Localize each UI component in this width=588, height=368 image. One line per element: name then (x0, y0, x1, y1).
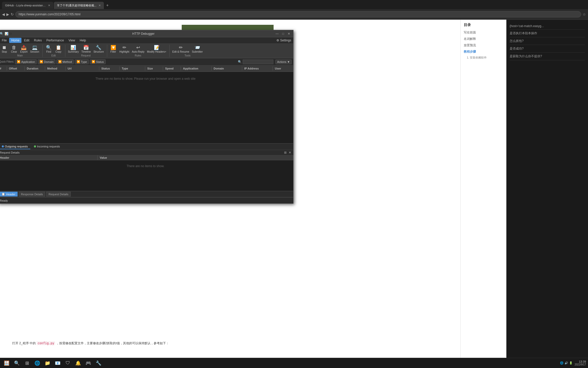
edit-resume-button[interactable]: ✏ Edit & Resume (171, 45, 190, 54)
toolbar-buttons-request: 📊 Summary 📅 Timeline 🔧 Structure (67, 45, 105, 54)
debugger-icon: 🔍 (0, 32, 4, 36)
domain-filter[interactable]: 🔽 Domain (38, 59, 55, 64)
session-button[interactable]: 💻 Session (29, 45, 40, 54)
menu-rules[interactable]: Rules (32, 38, 44, 43)
menu-home[interactable]: Home (9, 38, 21, 43)
export-button[interactable]: 📤 Export (19, 45, 29, 54)
menu-view[interactable]: View (66, 38, 77, 43)
domain-filter-label: Domain (44, 60, 54, 63)
application-filter[interactable]: 🔽 Application (15, 59, 37, 64)
request-type-tabs: Outgoing requests Incoming requests (0, 143, 293, 150)
nav-forward-icon[interactable]: ▶ (6, 12, 9, 16)
find-button[interactable]: 🔍 Find (44, 45, 53, 54)
summary-button[interactable]: 📊 Summary (67, 45, 80, 54)
method-filter-label: Method (63, 60, 72, 63)
clear-button[interactable]: 🗑 Clear (9, 45, 19, 54)
modify-headers-button[interactable]: 📝 Modify Headers+ (146, 45, 167, 54)
menu-help[interactable]: Help (78, 38, 88, 43)
page-wrapper: GitHub - Lcy/a-sheep-assistant... ✕ 羊了个羊… (0, 0, 588, 368)
debugger-bottom-tabs: 📋 Header Response Details Request Detail… (0, 191, 293, 197)
menu-file[interactable]: File (0, 38, 9, 43)
request-details-controls: ⊞ ✕ (284, 151, 291, 154)
bookmark-icon[interactable]: ☆ (583, 12, 586, 16)
menu-edit[interactable]: Edit (22, 38, 31, 43)
request-details-tab[interactable]: Request Details (46, 192, 71, 197)
explorer-icon[interactable]: 📁 (43, 359, 52, 368)
submitter-button[interactable]: 📨 Submitter (191, 45, 204, 54)
type-filter[interactable]: 🔽 Type (75, 59, 89, 64)
right-panel-item-3[interactable]: 是否成功? (510, 45, 585, 53)
new-tab-button[interactable]: + (104, 2, 111, 8)
tab-close-1[interactable]: ✕ (48, 4, 50, 7)
toolbar-group-edit: 🔍 Find 📋 Copy Edit (44, 45, 65, 57)
debugger-title: HTTP Debugger (12, 32, 275, 36)
structure-button[interactable]: 🔧 Structure (92, 45, 105, 54)
edit-resume-label: Edit & Resume (172, 50, 189, 53)
response-details-tab[interactable]: Response Details (19, 192, 45, 197)
address-input[interactable] (15, 11, 581, 17)
method-filter[interactable]: 🔽 Method (56, 59, 74, 64)
status-filter[interactable]: 🔽 Status (90, 59, 106, 64)
copy-button[interactable]: 📋 Copy (54, 45, 63, 54)
toc-item-1[interactable]: 名词解释 (464, 36, 503, 42)
toc-item-2[interactable]: 放置预流 (464, 42, 503, 49)
filter-button[interactable]: 🔽 Filter (109, 45, 118, 54)
stop-button[interactable]: ⏹ Stop (0, 45, 9, 54)
incoming-requests-tab[interactable]: Incoming requests (31, 144, 63, 149)
toc-item-3[interactable]: 教程步骤 (464, 49, 503, 55)
settings-label: Settings (280, 39, 291, 42)
table-header: # Offset Duration Method Url Status Type… (0, 65, 293, 72)
nav-back-icon[interactable]: ◀ (2, 12, 5, 16)
edit-resume-icon: ✏ (179, 45, 183, 50)
debugger-menubar: File Home Edit Rules Performance View He… (0, 37, 293, 44)
auto-reply-button[interactable]: ↩ Auto-Reply (131, 45, 145, 54)
search-input[interactable] (243, 60, 273, 64)
request-group-label: Request (81, 54, 91, 57)
debugger-icon2: 📊 (5, 32, 8, 36)
start-button[interactable]: 🪟 (2, 359, 11, 368)
right-panel-item-4[interactable]: 是获取为什么你不提供? (510, 53, 585, 60)
header-tab[interactable]: 📋 Header (0, 192, 18, 197)
request-details-title: Request Details (0, 151, 20, 154)
nav-refresh-icon[interactable]: ↻ (11, 12, 14, 16)
debugger-titlebar[interactable]: 🔍 📊 ⚙ HTTP Debugger — □ ✕ (0, 30, 293, 37)
type-filter-label: Type (81, 60, 87, 63)
status-filter-label: Status (96, 60, 104, 63)
debugger-window: 🔍 📊 ⚙ HTTP Debugger — □ ✕ File Home E (0, 30, 293, 204)
search-taskbar-icon[interactable]: 🔍 (12, 359, 21, 368)
tab-inactive[interactable]: GitHub - Lcy/a-sheep-assistant... ✕ (2, 2, 53, 9)
clock-display[interactable]: 13:39 2022/9/17 (575, 360, 586, 366)
toc-item-0[interactable]: 写在前面 (464, 29, 503, 36)
browser-taskbar-icon[interactable]: 🌐 (33, 359, 42, 368)
request-details-expand-icon[interactable]: ⊞ (284, 151, 287, 154)
menu-performance[interactable]: Performance (44, 38, 66, 43)
actions-label: Actions (277, 60, 286, 63)
outgoing-requests-tab[interactable]: Outgoing requests (0, 144, 30, 149)
col-hash-header: # (0, 66, 7, 71)
timeline-button[interactable]: 📅 Timeline (80, 45, 92, 54)
debugger-maximize-button[interactable]: □ (281, 32, 285, 36)
right-panel: {host='cat-match.easyg... 是否执行本段本操作 怎么抓包… (506, 20, 588, 368)
toc-sub-item-0[interactable]: 1. 安装依赖软件 (464, 55, 503, 60)
col-duration-header[interactable]: Duration (25, 66, 45, 71)
right-panel-item-0[interactable]: {host='cat-match.easyg... (510, 23, 585, 30)
notification-icon[interactable]: 🔔 (74, 359, 83, 368)
status-filter-icon: 🔽 (92, 60, 95, 63)
highlight-button[interactable]: ✏ Highlight (118, 45, 130, 54)
actions-filter[interactable]: Actions ▼ (275, 60, 292, 64)
request-details-close-icon[interactable]: ✕ (289, 151, 291, 154)
right-panel-item-2[interactable]: 怎么抓包? (510, 37, 585, 45)
settings-button[interactable]: ⚙ Settings (276, 39, 291, 42)
col-application-header[interactable]: Application (181, 66, 212, 71)
game-icon[interactable]: 🎮 (84, 359, 93, 368)
debugger-close-button[interactable]: ✕ (287, 32, 291, 36)
tab-close-2[interactable]: ✕ (99, 4, 101, 7)
taskview-icon[interactable]: ⊞ (22, 359, 32, 368)
tab-active[interactable]: 羊了个羊|通关超详细攻略收截... ✕ (54, 2, 104, 9)
tools-icon[interactable]: 🔧 (94, 359, 103, 368)
actions-dropdown-icon: ▼ (287, 60, 290, 63)
debugger-minimize-button[interactable]: — (275, 32, 280, 36)
right-panel-item-1[interactable]: 是否执行本段本操作 (510, 30, 585, 37)
mail-icon[interactable]: 📧 (53, 359, 62, 368)
shield-icon[interactable]: 🛡 (63, 359, 72, 368)
